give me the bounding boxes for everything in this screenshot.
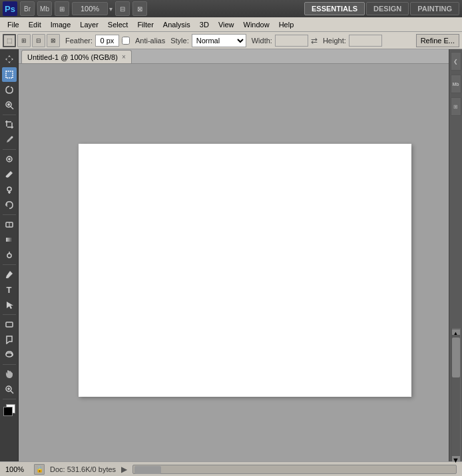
feather-input[interactable] bbox=[95, 35, 119, 47]
width-label: Width: bbox=[252, 37, 272, 45]
menu-window[interactable]: Window bbox=[239, 19, 274, 30]
canvas-tab[interactable]: Untitled-1 @ 100% (RGB/8) × bbox=[21, 50, 132, 63]
design-button[interactable]: DESIGN bbox=[366, 2, 409, 15]
brush-tool[interactable] bbox=[2, 167, 17, 182]
svg-rect-1 bbox=[6, 71, 13, 78]
new-selection-icon[interactable]: ⬚ bbox=[3, 34, 16, 47]
arrange-button[interactable]: ⊟ bbox=[115, 1, 130, 16]
minibr-button[interactable]: Mb bbox=[37, 1, 52, 16]
notes-tool[interactable] bbox=[2, 332, 17, 347]
menu-layer[interactable]: Layer bbox=[75, 19, 103, 30]
selection-mode-group: ⬚ ⊞ ⊟ ⊠ bbox=[3, 34, 60, 47]
width-input[interactable] bbox=[275, 35, 308, 47]
menu-view[interactable]: View bbox=[214, 19, 239, 30]
essentials-button[interactable]: ESSENTIALS bbox=[304, 2, 365, 15]
anti-alias-checkbox[interactable] bbox=[122, 37, 130, 45]
pen-tool[interactable] bbox=[2, 267, 17, 282]
crop-tool[interactable] bbox=[2, 117, 17, 132]
shape-tool[interactable] bbox=[2, 317, 17, 332]
canvas-area: Untitled-1 @ 100% (RGB/8) × bbox=[19, 49, 449, 461]
style-select[interactable]: Normal Fixed Ratio Fixed Size bbox=[192, 34, 246, 47]
anti-alias-label: Anti-alias bbox=[135, 37, 165, 45]
svg-line-3 bbox=[11, 107, 13, 109]
panel-collapse-icon[interactable]: ❮ bbox=[451, 52, 461, 71]
tab-bar: Untitled-1 @ 100% (RGB/8) × bbox=[19, 49, 449, 64]
menu-edit[interactable]: Edit bbox=[24, 19, 46, 30]
status-scrollbar[interactable] bbox=[132, 465, 457, 474]
foreground-color-swatch[interactable] bbox=[3, 407, 13, 416]
tab-close-icon[interactable]: × bbox=[122, 53, 126, 61]
status-bar: 100% 🔒 Doc: 531.6K/0 bytes ▶ bbox=[0, 461, 462, 476]
scroll-down-arrow[interactable]: ▼ bbox=[452, 456, 460, 461]
height-label: Height: bbox=[323, 37, 346, 45]
options-bar: ⬚ ⊞ ⊟ ⊠ Feather: Anti-alias Style: Norma… bbox=[0, 32, 462, 49]
3d-rotate-tool[interactable] bbox=[2, 348, 17, 362]
svg-rect-18 bbox=[6, 238, 13, 242]
refine-edge-button[interactable]: Refine E... bbox=[416, 34, 459, 47]
add-selection-icon[interactable]: ⊞ bbox=[17, 34, 31, 47]
workspace-button[interactable]: ⊠ bbox=[132, 1, 147, 16]
zoom-display: 100% ▾ bbox=[72, 2, 113, 15]
quick-select-tool[interactable] bbox=[2, 98, 17, 113]
menu-help[interactable]: Help bbox=[274, 19, 299, 30]
menu-filter[interactable]: Filter bbox=[132, 19, 158, 30]
height-input[interactable] bbox=[349, 35, 382, 47]
tool-separator-2 bbox=[3, 149, 16, 150]
document-canvas bbox=[79, 144, 411, 397]
type-icon: T bbox=[7, 285, 12, 295]
svg-marker-0 bbox=[5, 55, 13, 63]
tab-title: Untitled-1 @ 100% (RGB/8) bbox=[27, 53, 118, 61]
zoom-dropdown-icon[interactable]: ▾ bbox=[109, 5, 113, 13]
tool-separator-3 bbox=[3, 214, 16, 215]
dodge-tool[interactable] bbox=[2, 248, 17, 262]
move-tool[interactable] bbox=[2, 52, 17, 67]
menu-file[interactable]: File bbox=[3, 19, 24, 30]
right-panel: ❮ Mb ⊞ ▲ ▼ bbox=[449, 49, 462, 461]
menu-bar: File Edit Image Layer Select Filter Anal… bbox=[0, 17, 462, 32]
status-arrow-icon[interactable]: ▶ bbox=[121, 465, 127, 474]
bridge-button[interactable]: Br bbox=[20, 1, 35, 16]
svg-point-19 bbox=[7, 254, 11, 258]
gradient-tool[interactable] bbox=[2, 232, 17, 247]
screen-mode-button[interactable]: ⊞ bbox=[55, 1, 69, 16]
tool-separator-5 bbox=[3, 314, 16, 315]
lasso-tool[interactable] bbox=[2, 83, 17, 97]
eyedropper-tool[interactable] bbox=[2, 132, 17, 147]
swap-arrow-icon[interactable]: ⇄ bbox=[311, 36, 318, 45]
healing-tool[interactable] bbox=[2, 152, 17, 166]
clone-tool[interactable] bbox=[2, 182, 17, 197]
path-select-tool[interactable] bbox=[2, 298, 17, 312]
mb-panel-icon[interactable]: Mb bbox=[451, 75, 461, 93]
hand-tool[interactable] bbox=[2, 367, 17, 381]
eraser-tool[interactable] bbox=[2, 217, 17, 232]
tool-separator-4 bbox=[3, 264, 16, 265]
type-tool[interactable]: T bbox=[2, 282, 17, 297]
color-swatch-group bbox=[2, 403, 17, 417]
top-bar: Ps Br Mb ⊞ 100% ▾ ⊟ ⊠ ESSENTIALS DESIGN … bbox=[0, 0, 462, 17]
painting-button[interactable]: PAINTING bbox=[410, 2, 459, 15]
tool-separator-6 bbox=[3, 364, 16, 365]
main-area: T bbox=[0, 49, 462, 461]
extra-panel-icon[interactable]: ⊞ bbox=[451, 97, 461, 116]
marquee-tool[interactable] bbox=[2, 67, 17, 82]
scroll-up-arrow[interactable]: ▲ bbox=[452, 330, 460, 335]
zoom-tool[interactable] bbox=[2, 382, 17, 397]
status-lock-icon[interactable]: 🔒 bbox=[34, 464, 45, 475]
svg-point-9 bbox=[11, 136, 13, 138]
top-right-buttons: ESSENTIALS DESIGN PAINTING bbox=[304, 2, 459, 15]
menu-analysis[interactable]: Analysis bbox=[158, 19, 195, 30]
subtract-selection-icon[interactable]: ⊟ bbox=[32, 34, 45, 47]
menu-image[interactable]: Image bbox=[46, 19, 76, 30]
svg-point-21 bbox=[6, 277, 7, 278]
scroll-track bbox=[452, 335, 460, 456]
feather-label: Feather: bbox=[65, 37, 93, 45]
left-toolbar: T bbox=[0, 49, 19, 461]
menu-select[interactable]: Select bbox=[103, 19, 133, 30]
intersect-selection-icon[interactable]: ⊠ bbox=[47, 34, 60, 47]
scroll-thumb[interactable] bbox=[452, 338, 460, 377]
svg-point-4 bbox=[7, 103, 10, 106]
status-scroll-thumb[interactable] bbox=[134, 466, 161, 474]
menu-3d[interactable]: 3D bbox=[195, 19, 214, 30]
history-tool[interactable] bbox=[2, 198, 17, 212]
zoom-percentage: 100% bbox=[5, 465, 29, 473]
